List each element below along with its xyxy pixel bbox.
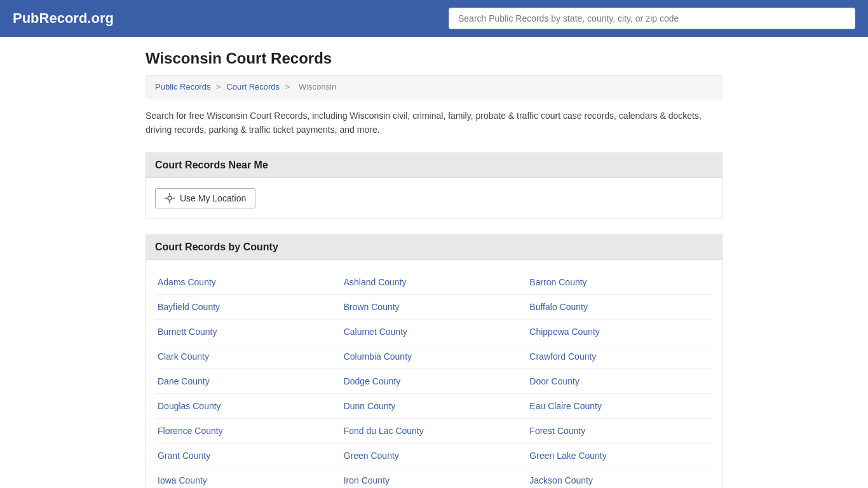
county-link[interactable]: Eau Claire County: [529, 401, 602, 411]
list-item: Columbia County: [341, 344, 527, 369]
list-item: Dunn County: [341, 394, 527, 419]
county-link[interactable]: Columbia County: [344, 351, 412, 362]
county-grid: Adams CountyAshland CountyBarron CountyB…: [155, 270, 713, 488]
county-link[interactable]: Chippewa County: [529, 327, 600, 337]
county-link[interactable]: Douglas County: [158, 401, 221, 411]
list-item: Eau Claire County: [527, 394, 713, 419]
county-link[interactable]: Fond du Lac County: [344, 426, 424, 436]
breadcrumb-court-records[interactable]: Court Records: [226, 82, 280, 92]
breadcrumb-public-records[interactable]: Public Records: [155, 82, 210, 92]
county-link[interactable]: Dunn County: [344, 401, 396, 411]
list-item: Florence County: [155, 419, 341, 444]
location-icon: [165, 193, 175, 203]
list-item: Barron County: [527, 270, 713, 295]
county-link[interactable]: Calumet County: [344, 327, 407, 337]
county-link[interactable]: Bayfield County: [158, 302, 220, 312]
list-item: Douglas County: [155, 394, 341, 419]
breadcrumb-current: Wisconsin: [299, 82, 336, 92]
county-section-header: Court Records by County: [146, 234, 722, 260]
county-link[interactable]: Florence County: [158, 426, 223, 436]
page-title: Wisconsin Court Records: [146, 50, 722, 67]
search-input[interactable]: [449, 8, 855, 29]
list-item: Burnett County: [155, 320, 341, 344]
county-link[interactable]: Green County: [344, 451, 399, 461]
location-button-label: Use My Location: [180, 193, 246, 203]
main-content: Wisconsin Court Records Public Records >…: [135, 37, 733, 488]
near-me-body: Use My Location: [146, 178, 722, 219]
county-link[interactable]: Forest County: [529, 426, 585, 436]
svg-point-0: [168, 196, 172, 200]
county-link[interactable]: Burnett County: [158, 327, 217, 337]
list-item: Green County: [341, 444, 527, 468]
list-item: Dane County: [155, 369, 341, 394]
list-item: Green Lake County: [527, 444, 713, 468]
county-link[interactable]: Buffalo County: [529, 302, 588, 312]
breadcrumb-separator-1: >: [216, 82, 221, 92]
county-link[interactable]: Ashland County: [344, 277, 407, 287]
county-link[interactable]: Grant County: [158, 451, 210, 461]
list-item: Fond du Lac County: [341, 419, 527, 444]
list-item: Brown County: [341, 295, 527, 320]
county-link[interactable]: Crawford County: [529, 351, 596, 362]
list-item: Adams County: [155, 270, 341, 295]
county-section-body: Adams CountyAshland CountyBarron CountyB…: [146, 260, 722, 488]
county-link[interactable]: Iowa County: [158, 475, 207, 485]
county-link[interactable]: Clark County: [158, 351, 209, 362]
county-link[interactable]: Adams County: [158, 277, 216, 287]
near-me-section: Court Records Near Me Use My Location: [146, 152, 722, 219]
list-item: Door County: [527, 369, 713, 394]
list-item: Grant County: [155, 444, 341, 468]
list-item: Iron County: [341, 468, 527, 488]
list-item: Ashland County: [341, 270, 527, 295]
list-item: Clark County: [155, 344, 341, 369]
list-item: Crawford County: [527, 344, 713, 369]
breadcrumb: Public Records > Court Records > Wiscons…: [146, 75, 722, 98]
use-my-location-button[interactable]: Use My Location: [155, 188, 255, 208]
list-item: Jackson County: [527, 468, 713, 488]
county-link[interactable]: Barron County: [529, 277, 587, 287]
county-link[interactable]: Dodge County: [344, 376, 401, 386]
breadcrumb-separator-2: >: [285, 82, 290, 92]
list-item: Chippewa County: [527, 320, 713, 344]
page-description: Search for free Wisconsin Court Records,…: [146, 109, 722, 137]
site-logo[interactable]: PubRecord.org: [13, 10, 114, 27]
list-item: Calumet County: [341, 320, 527, 344]
county-link[interactable]: Green Lake County: [529, 451, 606, 461]
list-item: Buffalo County: [527, 295, 713, 320]
county-link[interactable]: Door County: [529, 376, 580, 386]
header: PubRecord.org: [0, 0, 868, 37]
near-me-header: Court Records Near Me: [146, 152, 722, 178]
list-item: Dodge County: [341, 369, 527, 394]
list-item: Iowa County: [155, 468, 341, 488]
county-link[interactable]: Iron County: [344, 475, 390, 485]
county-link[interactable]: Jackson County: [529, 475, 593, 485]
list-item: Bayfield County: [155, 295, 341, 320]
county-link[interactable]: Dane County: [158, 376, 210, 386]
county-section: Court Records by County Adams CountyAshl…: [146, 234, 722, 488]
county-link[interactable]: Brown County: [344, 302, 400, 312]
list-item: Forest County: [527, 419, 713, 444]
